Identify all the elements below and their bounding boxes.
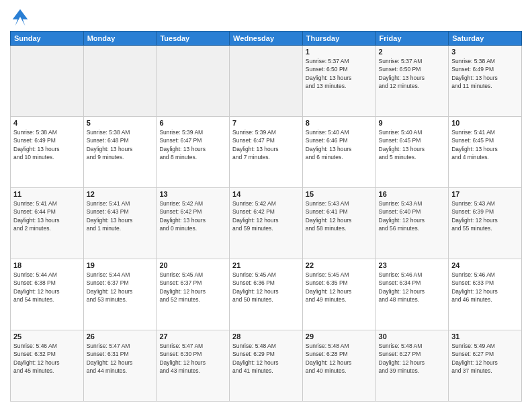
calendar-cell: 9Sunrise: 5:40 AM Sunset: 6:45 PM Daylig… [375, 117, 449, 188]
day-info: Sunrise: 5:47 AM Sunset: 6:31 PM Dayligh… [87, 342, 154, 375]
day-number: 10 [451, 119, 519, 127]
day-number: 5 [87, 119, 154, 127]
day-number: 15 [306, 190, 373, 198]
day-number: 9 [379, 119, 446, 127]
calendar-cell: 29Sunrise: 5:48 AM Sunset: 6:28 PM Dayli… [302, 330, 375, 402]
calendar-header-row: SundayMondayTuesdayWednesdayThursdayFrid… [11, 32, 522, 46]
day-info: Sunrise: 5:41 AM Sunset: 6:45 PM Dayligh… [451, 128, 519, 161]
calendar-week-row: 4Sunrise: 5:38 AM Sunset: 6:49 PM Daylig… [11, 117, 522, 188]
day-number: 24 [451, 261, 519, 269]
logo-icon [10, 7, 30, 27]
day-info: Sunrise: 5:37 AM Sunset: 6:50 PM Dayligh… [306, 57, 373, 90]
day-number: 18 [13, 261, 81, 269]
day-number: 13 [159, 190, 226, 198]
day-number: 22 [306, 261, 373, 269]
day-number: 3 [451, 48, 519, 56]
calendar-cell: 27Sunrise: 5:47 AM Sunset: 6:30 PM Dayli… [157, 330, 230, 402]
day-info: Sunrise: 5:42 AM Sunset: 6:42 PM Dayligh… [159, 199, 226, 232]
calendar-day-header: Friday [375, 32, 449, 46]
calendar-cell: 11Sunrise: 5:41 AM Sunset: 6:44 PM Dayli… [11, 188, 84, 259]
day-info: Sunrise: 5:47 AM Sunset: 6:30 PM Dayligh… [159, 342, 226, 375]
day-info: Sunrise: 5:40 AM Sunset: 6:46 PM Dayligh… [306, 128, 373, 161]
calendar-cell [230, 46, 303, 117]
day-info: Sunrise: 5:42 AM Sunset: 6:42 PM Dayligh… [232, 199, 300, 232]
day-number: 26 [87, 332, 154, 340]
day-info: Sunrise: 5:43 AM Sunset: 6:41 PM Dayligh… [306, 199, 373, 232]
calendar-cell: 23Sunrise: 5:46 AM Sunset: 6:34 PM Dayli… [375, 259, 449, 330]
calendar-cell: 24Sunrise: 5:46 AM Sunset: 6:33 PM Dayli… [449, 259, 522, 330]
day-info: Sunrise: 5:40 AM Sunset: 6:45 PM Dayligh… [379, 128, 446, 161]
day-number: 29 [306, 332, 373, 340]
calendar-day-header: Sunday [11, 32, 84, 46]
calendar-cell: 17Sunrise: 5:43 AM Sunset: 6:39 PM Dayli… [449, 188, 522, 259]
day-number: 20 [159, 261, 226, 269]
calendar-day-header: Thursday [302, 32, 375, 46]
day-number: 21 [232, 261, 300, 269]
day-info: Sunrise: 5:45 AM Sunset: 6:36 PM Dayligh… [232, 271, 300, 304]
day-info: Sunrise: 5:46 AM Sunset: 6:33 PM Dayligh… [451, 271, 519, 304]
calendar-cell: 30Sunrise: 5:48 AM Sunset: 6:27 PM Dayli… [375, 330, 449, 402]
day-info: Sunrise: 5:39 AM Sunset: 6:47 PM Dayligh… [159, 128, 226, 161]
calendar-cell: 15Sunrise: 5:43 AM Sunset: 6:41 PM Dayli… [302, 188, 375, 259]
calendar-week-row: 11Sunrise: 5:41 AM Sunset: 6:44 PM Dayli… [11, 188, 522, 259]
logo [10, 7, 33, 27]
day-number: 31 [451, 332, 519, 340]
day-info: Sunrise: 5:49 AM Sunset: 6:27 PM Dayligh… [451, 342, 519, 375]
day-number: 12 [87, 190, 154, 198]
calendar-cell: 14Sunrise: 5:42 AM Sunset: 6:42 PM Dayli… [230, 188, 303, 259]
page: SundayMondayTuesdayWednesdayThursdayFrid… [0, 0, 532, 411]
day-number: 7 [232, 119, 300, 127]
day-info: Sunrise: 5:44 AM Sunset: 6:37 PM Dayligh… [87, 271, 154, 304]
day-number: 25 [13, 332, 81, 340]
day-info: Sunrise: 5:48 AM Sunset: 6:27 PM Dayligh… [379, 342, 446, 375]
day-number: 27 [159, 332, 226, 340]
day-number: 6 [159, 119, 226, 127]
calendar-cell [11, 46, 84, 117]
day-info: Sunrise: 5:46 AM Sunset: 6:32 PM Dayligh… [13, 342, 81, 375]
calendar-cell: 25Sunrise: 5:46 AM Sunset: 6:32 PM Dayli… [11, 330, 84, 402]
calendar-cell: 8Sunrise: 5:40 AM Sunset: 6:46 PM Daylig… [302, 117, 375, 188]
calendar-cell: 3Sunrise: 5:38 AM Sunset: 6:49 PM Daylig… [449, 46, 522, 117]
day-info: Sunrise: 5:48 AM Sunset: 6:28 PM Dayligh… [306, 342, 373, 375]
day-info: Sunrise: 5:38 AM Sunset: 6:49 PM Dayligh… [451, 57, 519, 90]
day-number: 8 [306, 119, 373, 127]
day-info: Sunrise: 5:38 AM Sunset: 6:48 PM Dayligh… [87, 128, 154, 161]
calendar-cell: 21Sunrise: 5:45 AM Sunset: 6:36 PM Dayli… [230, 259, 303, 330]
day-info: Sunrise: 5:39 AM Sunset: 6:47 PM Dayligh… [232, 128, 300, 161]
calendar-cell [157, 46, 230, 117]
day-number: 16 [379, 190, 446, 198]
calendar-cell: 5Sunrise: 5:38 AM Sunset: 6:48 PM Daylig… [83, 117, 157, 188]
day-info: Sunrise: 5:38 AM Sunset: 6:49 PM Dayligh… [13, 128, 81, 161]
calendar-cell: 4Sunrise: 5:38 AM Sunset: 6:49 PM Daylig… [11, 117, 84, 188]
calendar-cell: 28Sunrise: 5:48 AM Sunset: 6:29 PM Dayli… [230, 330, 303, 402]
day-number: 28 [232, 332, 300, 340]
calendar-cell: 19Sunrise: 5:44 AM Sunset: 6:37 PM Dayli… [83, 259, 157, 330]
calendar-cell: 22Sunrise: 5:45 AM Sunset: 6:35 PM Dayli… [302, 259, 375, 330]
calendar-cell [83, 46, 157, 117]
calendar-cell: 26Sunrise: 5:47 AM Sunset: 6:31 PM Dayli… [83, 330, 157, 402]
day-info: Sunrise: 5:46 AM Sunset: 6:34 PM Dayligh… [379, 271, 446, 304]
calendar-day-header: Monday [83, 32, 157, 46]
calendar-cell: 31Sunrise: 5:49 AM Sunset: 6:27 PM Dayli… [449, 330, 522, 402]
calendar-week-row: 25Sunrise: 5:46 AM Sunset: 6:32 PM Dayli… [11, 330, 522, 402]
calendar: SundayMondayTuesdayWednesdayThursdayFrid… [10, 31, 522, 402]
day-number: 30 [379, 332, 446, 340]
day-info: Sunrise: 5:45 AM Sunset: 6:37 PM Dayligh… [159, 271, 226, 304]
day-info: Sunrise: 5:41 AM Sunset: 6:43 PM Dayligh… [87, 199, 154, 232]
day-number: 23 [379, 261, 446, 269]
day-number: 11 [13, 190, 81, 198]
day-number: 4 [13, 119, 81, 127]
calendar-cell: 1Sunrise: 5:37 AM Sunset: 6:50 PM Daylig… [302, 46, 375, 117]
day-number: 19 [87, 261, 154, 269]
svg-marker-0 [13, 9, 28, 26]
calendar-cell: 10Sunrise: 5:41 AM Sunset: 6:45 PM Dayli… [449, 117, 522, 188]
day-number: 1 [306, 48, 373, 56]
day-info: Sunrise: 5:43 AM Sunset: 6:39 PM Dayligh… [451, 199, 519, 232]
calendar-day-header: Saturday [449, 32, 522, 46]
day-info: Sunrise: 5:44 AM Sunset: 6:38 PM Dayligh… [13, 271, 81, 304]
calendar-day-header: Tuesday [157, 32, 230, 46]
day-number: 17 [451, 190, 519, 198]
calendar-cell: 18Sunrise: 5:44 AM Sunset: 6:38 PM Dayli… [11, 259, 84, 330]
day-info: Sunrise: 5:48 AM Sunset: 6:29 PM Dayligh… [232, 342, 300, 375]
calendar-cell: 20Sunrise: 5:45 AM Sunset: 6:37 PM Dayli… [157, 259, 230, 330]
